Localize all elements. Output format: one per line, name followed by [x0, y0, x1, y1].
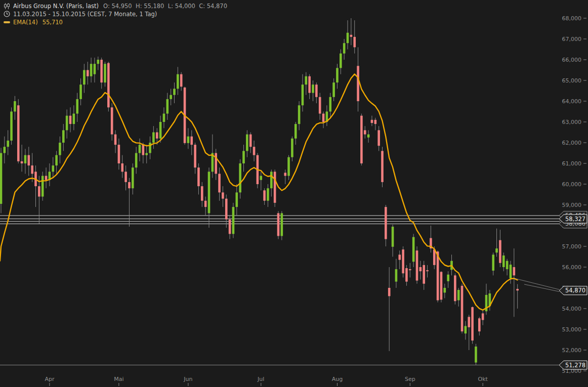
candle-down — [100, 60, 103, 82]
candle-down — [416, 250, 418, 280]
last-price-leader-line — [514, 278, 559, 289]
candle-up — [145, 153, 148, 155]
indicator-line[interactable]: EMA(14) 55,710 — [3, 18, 227, 26]
y-axis-label: 60,000 — [562, 181, 582, 188]
candle-up — [41, 176, 44, 197]
candle-up — [187, 137, 190, 143]
candle-up — [281, 213, 283, 236]
y-axis-label: 53,000 — [562, 326, 582, 333]
candle-down — [114, 135, 117, 145]
candle-down — [215, 153, 217, 174]
candle-down — [419, 267, 422, 271]
candle-up — [392, 227, 394, 247]
candle-up — [76, 99, 78, 114]
candle-down — [308, 76, 311, 93]
candle-up — [312, 84, 314, 93]
candle-up — [52, 165, 54, 171]
candle-down — [471, 307, 474, 340]
candle-up — [367, 135, 370, 138]
candle-down — [45, 176, 48, 180]
y-axis-label: 66,000 — [562, 57, 582, 63]
candle-up — [270, 171, 273, 188]
candle-up — [295, 124, 297, 139]
candle-up — [506, 261, 509, 269]
candle-down — [398, 254, 401, 260]
y-axis-label: 65,000 — [562, 77, 582, 84]
candle-down — [197, 167, 200, 186]
candle-down — [364, 130, 366, 134]
x-axis-label-apr: Apr — [45, 376, 55, 382]
indicator-value: 55,710 — [43, 19, 63, 26]
y-axis-label: 61,000 — [562, 160, 582, 167]
candle-up — [7, 141, 9, 147]
price-chart[interactable]: 51,00052,00053,00054,00055,00056,00057,0… — [0, 0, 588, 387]
candle-up — [177, 74, 179, 89]
candle-up — [90, 64, 93, 76]
candle-up — [152, 133, 155, 143]
chart-window: Airbus Group N.V. (Paris, last) O: 54,95… — [0, 0, 588, 387]
candle-up — [287, 157, 290, 176]
y-axis-label: 59,000 — [562, 202, 582, 208]
candle-down — [31, 165, 33, 174]
candle-up — [291, 139, 293, 157]
candle-down — [423, 265, 425, 284]
candle-up — [173, 89, 176, 95]
candle-up — [329, 97, 331, 112]
y-axis-label: 67,000 — [562, 36, 582, 42]
candle-down — [385, 207, 387, 239]
candle-up — [246, 135, 248, 151]
candle-up — [163, 114, 165, 122]
candle-up — [395, 269, 398, 282]
candle-down — [516, 289, 519, 290]
candle-down — [249, 135, 252, 147]
candle-up — [232, 207, 235, 234]
candle-up — [347, 33, 349, 44]
candle-up — [492, 254, 494, 271]
candle-down — [499, 240, 501, 263]
candle-up — [343, 43, 346, 54]
candle-down — [440, 272, 443, 299]
candle-down — [222, 192, 224, 198]
x-axis-label-jul: Jul — [257, 376, 264, 382]
candle-down — [319, 97, 321, 114]
candle-down — [461, 286, 464, 331]
candle-up — [412, 237, 415, 262]
candle-up — [340, 54, 342, 68]
candle-up — [94, 64, 96, 74]
candle-down — [437, 251, 439, 300]
x-axis-label-aug: Aug — [332, 376, 343, 382]
candle-down — [21, 161, 23, 163]
candle-up — [457, 290, 460, 300]
candle-up — [66, 116, 68, 131]
chart-header: Airbus Group N.V. (Paris, last) O: 54,95… — [3, 2, 227, 26]
y-axis-label: 62,000 — [562, 140, 582, 146]
candle-up — [267, 188, 269, 201]
candle-down — [17, 105, 20, 161]
candle-down — [350, 35, 353, 37]
candle-down — [229, 220, 231, 234]
candle-up — [59, 143, 61, 155]
candle-down — [156, 133, 158, 139]
candle-down — [315, 84, 318, 97]
candle-up — [73, 114, 75, 124]
candle-up — [242, 151, 245, 163]
candle-up — [447, 275, 449, 281]
candlestick-icon — [3, 3, 11, 9]
candle-down — [180, 74, 183, 87]
candle-up — [260, 176, 262, 180]
candle-up — [465, 326, 467, 333]
candle-down — [371, 120, 373, 123]
candle-down — [194, 145, 196, 167]
candle-up — [104, 64, 106, 82]
candle-down — [360, 116, 363, 163]
candle-down — [218, 174, 221, 193]
y-axis-label: 54,000 — [562, 306, 582, 312]
candle-down — [381, 151, 384, 182]
instrument-title: Airbus Group N.V. (Paris, last) — [13, 3, 99, 10]
candle-down — [478, 318, 481, 331]
candle-up — [14, 101, 16, 112]
candle-down — [142, 145, 145, 155]
x-axis-label-mai: Mai — [114, 376, 123, 382]
candle-up — [10, 112, 13, 141]
candle-down — [204, 201, 207, 207]
